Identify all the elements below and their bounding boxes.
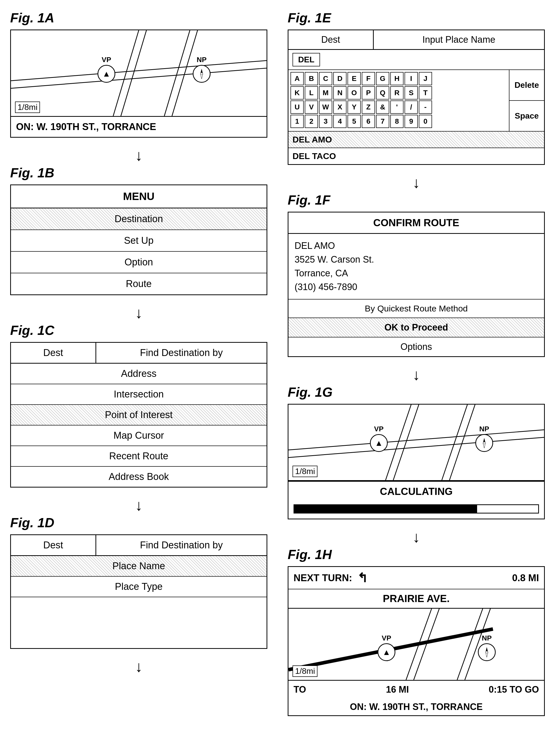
key-V[interactable]: V	[305, 100, 318, 114]
key-1[interactable]: 1	[291, 115, 304, 128]
key-G[interactable]: G	[376, 72, 389, 85]
key-P[interactable]: P	[362, 86, 375, 99]
key-0[interactable]: 0	[419, 115, 432, 128]
fig1g-roads	[289, 405, 544, 480]
svg-line-3	[121, 30, 146, 116]
key-U[interactable]: U	[291, 100, 304, 114]
key-S[interactable]: S	[404, 86, 418, 99]
key-L[interactable]: L	[305, 86, 318, 99]
key-D[interactable]: D	[333, 72, 346, 85]
fig1g-map: VP ▲ NP 1/8mi	[289, 405, 544, 481]
svg-marker-15	[483, 443, 485, 448]
key-R[interactable]: R	[390, 86, 403, 99]
key-O[interactable]: O	[347, 86, 361, 99]
key-8[interactable]: 8	[390, 115, 403, 128]
fig1e-label: Fig. 1E	[288, 10, 545, 26]
dest-address[interactable]: Address	[11, 364, 266, 384]
key-N[interactable]: N	[333, 86, 346, 99]
key-M[interactable]: M	[319, 86, 332, 99]
fig1d-header: Dest Find Destination by	[11, 535, 266, 556]
fig1d-block: Fig. 1D Dest Find Destination by Place N…	[10, 515, 267, 649]
keyboard-area: A B C D E F G H I J K	[289, 70, 544, 132]
arrow-1b-1c: ↓	[10, 305, 267, 321]
key-9[interactable]: 9	[404, 115, 418, 128]
key-X[interactable]: X	[333, 100, 346, 114]
svg-marker-7	[200, 74, 203, 79]
key-3[interactable]: 3	[319, 115, 332, 128]
space-btn[interactable]: Space	[509, 101, 544, 131]
menu-item-option[interactable]: Option	[11, 252, 266, 273]
dest-placetype[interactable]: Place Type	[11, 577, 266, 597]
confirm-options-btn[interactable]: Options	[289, 337, 544, 356]
key-F[interactable]: F	[362, 72, 375, 85]
del-row: DEL	[289, 50, 544, 70]
fig1f-label: Fig. 1F	[288, 192, 545, 208]
arrow-1f-1g: ↓	[288, 367, 545, 382]
fig1g-np-label: NP	[479, 425, 489, 433]
fig1d-header-left: Dest	[11, 535, 96, 555]
calculating-label: CALCULATING	[289, 481, 544, 501]
key-amp[interactable]: &	[376, 100, 389, 114]
key-slash[interactable]: /	[404, 100, 418, 114]
key-H[interactable]: H	[390, 72, 403, 85]
fig1e-header-left: Dest	[289, 30, 374, 49]
svg-marker-14	[483, 438, 485, 443]
key-W[interactable]: W	[319, 100, 332, 114]
confirm-method: By Quickest Route Method	[289, 299, 544, 318]
fig1g-vp-label: VP	[374, 425, 383, 433]
key-row-2: K L M N O P Q R S T	[291, 86, 507, 99]
key-E[interactable]: E	[347, 72, 361, 85]
key-K[interactable]: K	[291, 86, 304, 99]
svg-line-8	[289, 430, 544, 450]
del-box[interactable]: DEL	[293, 53, 320, 66]
dest-placename[interactable]: Place Name	[11, 556, 266, 577]
fig1h-np-circle	[478, 643, 496, 661]
fig1a-map: VP ▲ NP	[11, 30, 266, 117]
fig1a-block: Fig. 1A VP ▲	[10, 10, 267, 138]
fig1d-header-right: Find Destination by	[96, 535, 266, 555]
delete-btn[interactable]: Delete	[509, 70, 544, 101]
key-6[interactable]: 6	[362, 115, 375, 128]
suggestion1[interactable]: DEL AMO	[289, 132, 544, 148]
arrow-1e-1f: ↓	[288, 175, 545, 190]
menu-item-setup[interactable]: Set Up	[11, 230, 266, 252]
key-dash[interactable]: -	[419, 100, 432, 114]
key-A[interactable]: A	[291, 72, 304, 85]
side-btns: Delete Space	[509, 70, 544, 131]
fig1b-label: Fig. 1B	[10, 165, 267, 180]
dest-addressbook[interactable]: Address Book	[11, 467, 266, 487]
key-B[interactable]: B	[305, 72, 318, 85]
svg-line-1	[11, 68, 266, 88]
key-4[interactable]: 4	[333, 115, 346, 128]
key-Y[interactable]: Y	[347, 100, 361, 114]
menu-item-destination[interactable]: Destination	[11, 208, 266, 230]
fig1c-header: Dest Find Destination by	[11, 343, 266, 364]
arrow-1g-1h: ↓	[288, 529, 545, 545]
key-Q[interactable]: Q	[376, 86, 389, 99]
key-7[interactable]: 7	[376, 115, 389, 128]
arrow-1c-1d: ↓	[10, 498, 267, 513]
fig1h-np: NP	[478, 634, 496, 661]
dest-mapcursor[interactable]: Map Cursor	[11, 425, 266, 446]
dest-poi[interactable]: Point of Interest	[11, 405, 266, 425]
fig1b-block: Fig. 1B MENU Destination Set Up Option R…	[10, 165, 267, 295]
key-T[interactable]: T	[419, 86, 432, 99]
key-apos[interactable]: '	[390, 100, 403, 114]
dest-intersection[interactable]: Intersection	[11, 384, 266, 405]
key-2[interactable]: 2	[305, 115, 318, 128]
key-5[interactable]: 5	[347, 115, 361, 128]
dest-recentroute[interactable]: Recent Route	[11, 446, 266, 467]
scale-label: 1/8mi	[15, 101, 40, 113]
menu-item-route[interactable]: Route	[11, 273, 266, 294]
key-C[interactable]: C	[319, 72, 332, 85]
key-Z[interactable]: Z	[362, 100, 375, 114]
suggestion2[interactable]: DEL TACO	[289, 148, 544, 164]
fig1e-block: Fig. 1E Dest Input Place Name DEL A B C	[288, 10, 545, 165]
turn-arrow-icon: ↱	[357, 570, 368, 585]
key-grid: A B C D E F G H I J K	[289, 70, 509, 131]
key-I[interactable]: I	[404, 72, 418, 85]
key-J[interactable]: J	[419, 72, 432, 85]
key-row-1: A B C D E F G H I J	[291, 72, 507, 85]
confirm-header: CONFIRM ROUTE	[289, 212, 544, 234]
confirm-ok-btn[interactable]: OK to Proceed	[289, 318, 544, 337]
